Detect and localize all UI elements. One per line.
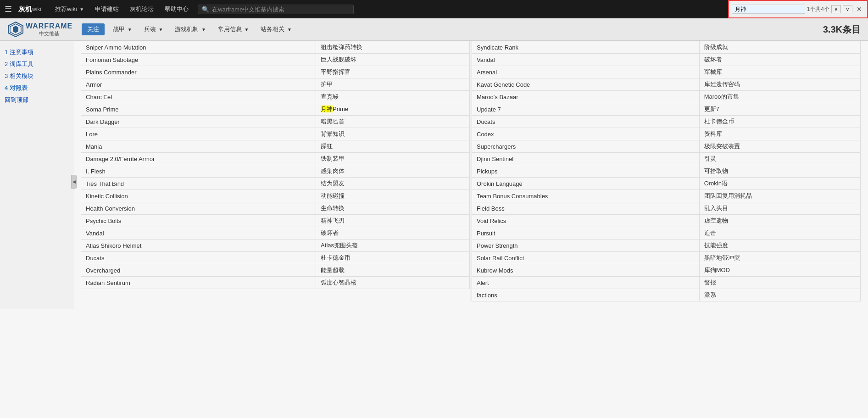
left-en-cell: Dark Dagger <box>81 116 316 128</box>
wiki-logo-wrap: WARFRAME 中文维基 <box>7 21 77 38</box>
hamburger-icon[interactable]: ☰ <box>5 4 12 14</box>
menu-youxijizhi[interactable]: 游戏机制 ▼ <box>171 23 210 35</box>
left-cn-cell: 生命转换 <box>316 202 470 215</box>
sidebar-item-2[interactable]: 2 词库工具 <box>5 60 68 68</box>
content-area: Sniper Ammo Mutation狙击枪弹药转换Fomorian Sabo… <box>73 41 868 309</box>
global-search-input[interactable] <box>212 6 350 13</box>
right-en-cell: Kavat Genetic Code <box>472 78 700 91</box>
menu-zhajia[interactable]: 战甲 ▼ <box>109 23 136 35</box>
left-cn-cell: 精神飞刃 <box>316 215 470 227</box>
left-cn-cell: Atlas兜围头盔 <box>316 240 470 252</box>
sidebar-link-4[interactable]: 4 对照表 <box>5 84 68 92</box>
svg-marker-2 <box>13 26 18 33</box>
sidebar-link-2[interactable]: 2 词库工具 <box>5 60 68 68</box>
sidebar-link-3[interactable]: 3 相关模块 <box>5 72 68 80</box>
right-cn-cell: 可拾取物 <box>699 165 860 178</box>
right-en-cell: Syndicate Rank <box>472 41 700 54</box>
right-table-row: Arsenal军械库 <box>472 66 861 78</box>
right-en-cell: factions <box>472 289 700 301</box>
right-en-cell: Superchargers <box>472 140 700 153</box>
find-bar: 1个共4个 ∧ ∨ ✕ <box>728 0 868 18</box>
sidebar-item-1[interactable]: 1 注意事项 <box>5 48 68 56</box>
right-cn-cell: 团队回复用消耗品 <box>699 190 860 202</box>
right-en-cell: Arsenal <box>472 66 700 78</box>
left-en-cell: Armor <box>81 78 316 91</box>
left-table-row: Fomorian Sabotage巨人战舰破坏 <box>81 54 470 66</box>
right-table-row: Superchargers极限突破装置 <box>472 140 861 153</box>
find-next-button[interactable]: ∨ <box>843 5 852 13</box>
find-close-button[interactable]: ✕ <box>854 5 864 13</box>
left-cn-cell: 背景知识 <box>316 128 470 140</box>
follow-button[interactable]: 关注 <box>82 23 105 35</box>
left-en-cell: Kinetic Collision <box>81 190 316 202</box>
menu-zhanwuxiangguan[interactable]: 站务相关 ▼ <box>257 23 295 35</box>
search-icon: 🔍 <box>202 6 209 13</box>
right-cn-cell: 派系 <box>699 289 860 301</box>
left-cn-cell: 躁狂 <box>316 140 470 153</box>
sidebar-link-top[interactable]: 回到顶部 <box>5 96 68 104</box>
menu-changyongxinxi[interactable]: 常用信息 ▼ <box>214 23 253 35</box>
right-en-cell: Field Boss <box>472 202 700 215</box>
left-cn-cell: 能量超载 <box>316 264 470 277</box>
left-en-cell: Charc Eel <box>81 91 316 103</box>
global-search-area: 🔍 <box>198 5 354 14</box>
left-cn-cell: 感染肉体 <box>316 165 470 178</box>
right-en-cell: Codex <box>472 128 700 140</box>
left-en-cell: Plains Commander <box>81 66 316 78</box>
left-table-section: Sniper Ammo Mutation狙击枪弹药转换Fomorian Sabo… <box>81 41 470 301</box>
left-en-cell: Overcharged <box>81 264 316 277</box>
nav-forum[interactable]: 灰机论坛 <box>125 3 158 15</box>
wiki-header: WARFRAME 中文维基 关注 战甲 ▼ 兵装 ▼ 游戏机制 ▼ 常用信息 ▼… <box>0 18 868 41</box>
left-table-row: Radian Sentirum弧度心智晶核 <box>81 277 470 289</box>
right-cn-cell: 军械库 <box>699 66 860 78</box>
left-cn-cell: 动能碰撞 <box>316 190 470 202</box>
right-en-cell: Power Strength <box>472 240 700 252</box>
sidebar: 1 注意事项 2 词库工具 3 相关模块 4 对照表 回到顶部 ◀ <box>0 41 73 309</box>
find-bar-input[interactable] <box>732 5 805 14</box>
left-table-row: Ducats杜卡德金币 <box>81 252 470 264</box>
left-en-cell: Mania <box>81 140 316 153</box>
nav-apply-site[interactable]: 申请建站 <box>90 3 123 15</box>
left-cn-cell: 结为盟友 <box>316 178 470 190</box>
tables-row: Sniper Ammo Mutation狙击枪弹药转换Fomorian Sabo… <box>81 41 861 301</box>
menu-binzhuang[interactable]: 兵装 ▼ <box>140 23 167 35</box>
find-prev-button[interactable]: ∧ <box>831 5 841 13</box>
left-table-row: Damage 2.0/Ferrite Armor铁制装甲 <box>81 153 470 165</box>
sidebar-item-3[interactable]: 3 相关模块 <box>5 72 68 80</box>
right-en-cell: Vandal <box>472 54 700 66</box>
left-table-row: Lore背景知识 <box>81 128 470 140</box>
right-en-cell: Pickups <box>472 165 700 178</box>
nav-recommended-wiki[interactable]: 推荐wiki ▼ <box>50 3 89 15</box>
right-cn-cell: 更新7 <box>699 103 860 116</box>
sidebar-item-5[interactable]: 回到顶部 <box>5 96 68 104</box>
left-en-cell: Damage 2.0/Ferrite Armor <box>81 153 316 165</box>
sidebar-item-4[interactable]: 4 对照表 <box>5 84 68 92</box>
nav-help[interactable]: 帮助中心 <box>160 3 193 15</box>
left-table-row: Charc Eel查克鳗 <box>81 91 470 103</box>
right-cn-cell: 黑暗地带冲突 <box>699 252 860 264</box>
site-logo[interactable]: 灰机 wiki <box>18 5 41 14</box>
right-table-row: Pursuit追击 <box>472 227 861 240</box>
right-table-row: Void Relics虚空遗物 <box>472 215 861 227</box>
right-table-row: Maroo's BazaarMaroo的市集 <box>472 91 861 103</box>
right-cn-cell: 乱入头目 <box>699 202 860 215</box>
left-table-row: Psychic Bolts精神飞刃 <box>81 215 470 227</box>
left-en-cell: Ducats <box>81 252 316 264</box>
left-table-row: Mania躁狂 <box>81 140 470 153</box>
right-cn-cell: 阶级成就 <box>699 41 860 54</box>
right-table-row: Power Strength技能强度 <box>472 240 861 252</box>
right-table-row: Codex资料库 <box>472 128 861 140</box>
left-en-cell: Lore <box>81 128 316 140</box>
right-en-cell: Ducats <box>472 116 700 128</box>
right-cn-cell: 库狗MOD <box>699 264 860 277</box>
right-cn-cell: 虚空遗物 <box>699 215 860 227</box>
right-cn-cell: 极限突破装置 <box>699 140 860 153</box>
right-en-cell: Maroo's Bazaar <box>472 91 700 103</box>
right-table-row: factions派系 <box>472 289 861 301</box>
right-table-row: Djinn Sentinel引灵 <box>472 153 861 165</box>
right-table-row: Vandal破坏者 <box>472 54 861 66</box>
sidebar-link-1[interactable]: 1 注意事项 <box>5 48 68 56</box>
warframe-text: WARFRAME <box>26 22 72 30</box>
right-en-cell: Solar Rail Conflict <box>472 252 700 264</box>
left-cn-cell: 暗黑匕首 <box>316 116 470 128</box>
